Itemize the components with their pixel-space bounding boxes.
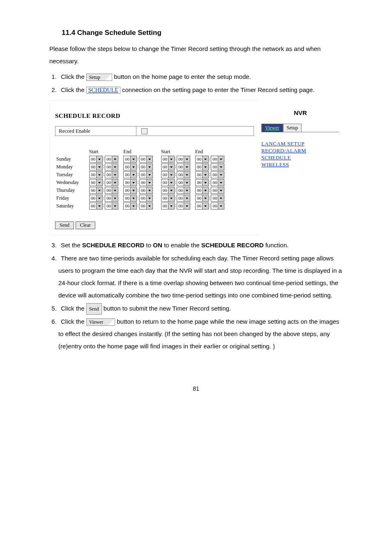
time-select[interactable]: 00 bbox=[211, 179, 224, 186]
time-select[interactable]: 00 bbox=[161, 195, 175, 202]
time-select[interactable]: 00 bbox=[139, 171, 153, 178]
text: Click the bbox=[61, 305, 86, 312]
time-select[interactable]: 00 bbox=[211, 195, 224, 202]
time-select[interactable]: 00 bbox=[105, 179, 118, 186]
time-select[interactable]: 00 bbox=[105, 203, 118, 210]
chevron-down-icon bbox=[218, 172, 224, 178]
day-label: Wednesday bbox=[55, 179, 88, 187]
text: button on the home page to enter the set… bbox=[114, 73, 251, 80]
time-select[interactable]: 00 bbox=[161, 203, 175, 210]
chevron-down-icon bbox=[202, 187, 208, 193]
time-select[interactable]: 00 bbox=[139, 203, 153, 210]
time-select[interactable]: 00 bbox=[195, 203, 209, 210]
time-select[interactable]: 00 bbox=[123, 203, 137, 210]
chevron-down-icon bbox=[146, 172, 152, 178]
time-select[interactable]: 00 bbox=[89, 156, 103, 163]
chevron-down-icon bbox=[218, 203, 224, 209]
time-select[interactable]: 00 bbox=[89, 203, 103, 210]
time-select[interactable]: 00 bbox=[211, 187, 224, 194]
time-select[interactable]: 00 bbox=[195, 195, 209, 202]
time-select[interactable]: 00 bbox=[177, 156, 190, 163]
time-select[interactable]: 00 bbox=[139, 195, 153, 202]
chevron-down-icon bbox=[184, 195, 190, 201]
time-select[interactable]: 00 bbox=[89, 195, 103, 202]
chevron-down-icon bbox=[96, 203, 102, 209]
schedule-row: Sunday00:0000:0000:0000:00 bbox=[55, 155, 226, 163]
time-select[interactable]: 00 bbox=[177, 187, 190, 194]
chevron-down-icon bbox=[96, 156, 102, 162]
nav-link-schedule[interactable]: SCHEDULE bbox=[261, 154, 339, 161]
day-label: Sunday bbox=[55, 155, 88, 163]
send-button[interactable]: Send bbox=[55, 221, 74, 229]
tab-viewer[interactable]: Viewer bbox=[261, 124, 283, 132]
col-start-1: Start bbox=[88, 148, 120, 155]
time-select[interactable]: 00 bbox=[177, 195, 190, 202]
nav-link-record-alarm[interactable]: RECORD/ALARM bbox=[261, 147, 339, 154]
time-select[interactable]: 00 bbox=[123, 171, 137, 178]
screenshot-left-pane: SCHEDULE RECORD Record Enable Start End … bbox=[49, 100, 258, 235]
time-select[interactable]: 00 bbox=[105, 195, 118, 202]
tab-setup[interactable]: Setup bbox=[283, 124, 302, 132]
time-select[interactable]: 00 bbox=[177, 179, 190, 186]
time-select[interactable]: 00 bbox=[161, 156, 175, 163]
intro-paragraph: Please follow the steps below to change … bbox=[49, 43, 343, 67]
clear-button[interactable]: Clear bbox=[76, 221, 95, 229]
time-select[interactable]: 00 bbox=[89, 179, 103, 186]
time-select[interactable]: 00 bbox=[161, 179, 175, 186]
time-select[interactable]: 00 bbox=[123, 195, 137, 202]
time-select[interactable]: 00 bbox=[195, 156, 209, 163]
time-select[interactable]: 00 bbox=[105, 187, 118, 194]
page-number: 81 bbox=[49, 385, 343, 392]
time-select[interactable]: 00 bbox=[105, 164, 118, 170]
time-select[interactable]: 00 bbox=[177, 203, 190, 210]
send-button-inline: Send bbox=[86, 303, 102, 315]
chevron-down-icon bbox=[130, 164, 136, 170]
text: There are two time-periods available for… bbox=[58, 255, 342, 299]
screenshot-schedule-record: SCHEDULE RECORD Record Enable Start End … bbox=[49, 100, 343, 235]
nav-link-lancam-setup[interactable]: LANCAM SETUP bbox=[261, 140, 339, 147]
chevron-down-icon bbox=[202, 172, 208, 178]
time-select[interactable]: 00 bbox=[89, 171, 103, 178]
time-select[interactable]: 00 bbox=[139, 187, 153, 194]
time-select[interactable]: 00 bbox=[177, 171, 190, 178]
time-select[interactable]: 00 bbox=[211, 203, 224, 210]
time-select[interactable]: 00 bbox=[161, 164, 175, 170]
time-select[interactable]: 00 bbox=[211, 156, 224, 163]
chevron-down-icon bbox=[96, 180, 102, 186]
nav-link-wireless[interactable]: WIRELESS bbox=[261, 161, 339, 168]
time-select[interactable]: 00 bbox=[123, 179, 137, 186]
text: button to submit the new Timer Record se… bbox=[104, 305, 231, 312]
time-select[interactable]: 00 bbox=[195, 187, 209, 194]
time-select[interactable]: 00 bbox=[89, 164, 103, 170]
time-select[interactable]: 00 bbox=[211, 164, 224, 170]
time-select[interactable]: 00 bbox=[123, 187, 137, 194]
time-select[interactable]: 00 bbox=[177, 164, 190, 170]
time-select[interactable]: 00 bbox=[89, 187, 103, 194]
time-select[interactable]: 00 bbox=[161, 171, 175, 178]
chevron-down-icon bbox=[202, 195, 208, 201]
schedule-table: Start End Start End Sunday00:0000:0000:0… bbox=[55, 148, 226, 210]
chevron-down-icon bbox=[168, 172, 174, 178]
time-select[interactable]: 00 bbox=[105, 171, 118, 178]
day-label: Friday bbox=[55, 194, 88, 202]
chevron-down-icon bbox=[112, 195, 118, 201]
time-select[interactable]: 00 bbox=[195, 171, 209, 178]
time-select[interactable]: 00 bbox=[195, 179, 209, 186]
time-select[interactable]: 00 bbox=[139, 156, 153, 163]
text: to enable the bbox=[164, 242, 201, 249]
time-select[interactable]: 00 bbox=[139, 164, 153, 170]
time-select[interactable]: 00 bbox=[139, 179, 153, 186]
screenshot-right-pane: NVR Viewer Setup LANCAM SETUP RECORD/ALA… bbox=[258, 100, 343, 235]
chevron-down-icon bbox=[146, 187, 152, 193]
nvr-title: NVR bbox=[261, 109, 339, 116]
time-select[interactable]: 00 bbox=[123, 164, 137, 170]
text: Click the bbox=[61, 86, 86, 93]
chevron-down-icon bbox=[218, 156, 224, 162]
time-select[interactable]: 00 bbox=[211, 171, 224, 178]
time-select[interactable]: 00 bbox=[161, 187, 175, 194]
time-select[interactable]: 00 bbox=[195, 164, 209, 170]
time-select[interactable]: 00 bbox=[105, 156, 118, 163]
record-enable-checkbox[interactable] bbox=[141, 128, 148, 134]
step-6: Click the Viewer button to return to the… bbox=[58, 315, 343, 352]
time-select[interactable]: 00 bbox=[123, 156, 137, 163]
